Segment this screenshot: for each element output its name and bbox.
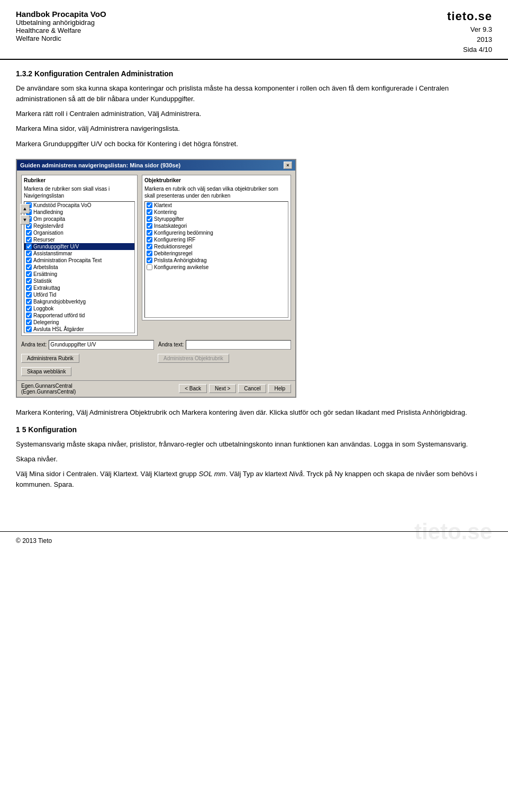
footer-info: Egen.GunnarsCentral (Egen.GunnarsCentral… [21,383,76,395]
next-button[interactable]: Next > [209,384,236,393]
tieto-logo: tieto.se [447,10,492,23]
close-icon[interactable]: × [284,162,292,169]
btn-row-2: Skapa webblänk [21,367,291,376]
dialog-footer: Egen.GunnarsCentral (Egen.GunnarsCentral… [17,380,295,397]
left-list-item[interactable]: Om procapita [24,216,134,222]
page-label: Sida 4/10 [447,46,492,53]
left-list-item[interactable]: Administration Procapita Text [24,257,134,264]
left-list-item[interactable]: Grunduppgifter U/V [24,243,134,250]
help-button[interactable]: Help [268,384,291,393]
left-list-item[interactable]: Registervård [24,222,134,229]
left-list-item[interactable]: Kundstöd Procapita VoO [24,202,134,209]
para4-text1: Välj Mina sidor i Centralen. Välj Klarte… [16,470,198,478]
footer-label: Egen.GunnarsCentral [21,383,76,389]
doc-subtitle3: Welfare Nordic [16,34,106,42]
document-title: Handbok Procapita VoO [16,10,106,19]
para4-italic2: Nivå [289,470,303,478]
left-list-item[interactable]: Statistik [24,278,134,284]
right-panel: Objektrubriker Markera en rubrik och väl… [142,175,291,320]
left-panel-desc: Markera de rubriker som skall visas i Na… [24,185,135,199]
skapa-webblink-button[interactable]: Skapa webblänk [21,367,71,376]
header-left: Handbok Procapita VoO Utbetalning anhöri… [16,10,106,42]
right-list-item[interactable]: Klartext [145,202,288,209]
para-1: De användare som ska kunna skapa konteri… [16,83,492,104]
dialog-window: Guiden administrera navigeringslistan: M… [16,159,296,398]
right-panel-desc: Markera en rubrik och välj sedan vilka o… [144,185,288,199]
left-list-item[interactable]: Handledning [24,209,134,216]
para4-text2: . Välj Typ av klartext [225,470,289,478]
right-list-item[interactable]: Reduktionsregel [145,243,288,250]
administrera-objektrubrik-button[interactable]: Administrera Objektrubrik [158,354,229,363]
dialog-body: Rubriker Markera de rubriker som skall v… [17,171,295,380]
edit-input-left[interactable] [49,340,154,350]
para-config-2: Skapa nivåer. [16,454,492,465]
footer-logo: tieto.se [414,519,492,545]
footer-nav-buttons[interactable]: < Back Next > Cancel Help [179,384,291,393]
para-3: Markera Mina sidor, välj Administrera na… [16,123,492,134]
left-list-item[interactable]: Resurser [24,236,134,243]
left-list-item[interactable]: Extrakuttag [24,284,134,291]
right-list-area[interactable]: KlartextKonteringStyruppgifterInsatskate… [144,201,288,318]
main-content: 1.3.2 Konfiguration Centralen Administra… [0,60,508,510]
left-list-item[interactable]: Delegering [24,319,134,326]
para-2: Markera rätt roll i Centralen administra… [16,109,492,119]
left-list-area[interactable]: Kundstöd Procapita VoOHandledningOm proc… [24,201,135,333]
edit-row: Ändra text: Ändra text: [21,340,291,350]
left-list-item[interactable]: Arbetslista [24,264,134,271]
right-list-item[interactable]: Konfigurering bedömning [145,229,288,236]
edit-label-right: Ändra text: [158,342,184,347]
header-right: tieto.se Ver 9.3 2013 Sida 4/10 [447,10,492,53]
left-panel: Rubriker Markera de rubriker som skall v… [21,175,138,336]
left-panel-label: Rubriker [24,177,135,183]
edit-input-right[interactable] [186,340,291,350]
right-list-item[interactable]: Insatskategori [145,222,288,229]
para-after-dialog: Markera Kontering, Välj Administrera Obj… [16,407,492,418]
right-panel-container: Objektrubriker Markera en rubrik och väl… [142,175,291,336]
right-list-item[interactable]: Debiteringsregel [145,250,288,257]
footer-tieto-logo: tieto.se [414,519,492,545]
left-list-item[interactable]: Organisation [24,229,134,236]
para-config-1: Systemansvarig måste skapa nivåer, prisl… [16,439,492,450]
para-4: Markera Grunduppgifter U/V och bocka för… [16,139,492,149]
left-list-item[interactable]: Bakgrundsjobbverktyg [24,298,134,305]
back-button[interactable]: < Back [179,384,207,393]
dialog-panels: Rubriker Markera de rubriker som skall v… [21,175,291,336]
edit-row-left: Ändra text: [21,340,154,350]
edit-row-right: Ändra text: [158,340,291,350]
right-list-item[interactable]: Prislista Anhörigbidrag [145,257,288,264]
right-list-item[interactable]: Konfigurering IRF [145,236,288,243]
left-list-item[interactable]: Avsluta HSL Åtgärder [24,326,134,333]
doc-subtitle1: Utbetalning anhörigbidrag [16,19,106,26]
left-list-item[interactable]: Assistanstimmar [24,250,134,257]
left-list-item[interactable]: Loggbok [24,305,134,312]
right-list-item[interactable]: Kontering [145,209,288,216]
year-label: 2013 [447,35,492,43]
edit-label-left: Ändra text: [21,342,47,347]
right-list-item[interactable]: Styruppgifter [145,216,288,222]
right-list-item[interactable]: Konfigurering avvikelse [145,264,288,271]
titlebar-buttons[interactable]: × [284,162,292,169]
dialog-title: Guiden administrera navigeringslistan: M… [20,162,180,168]
left-panel-container: Rubriker Markera de rubriker som skall v… [21,175,138,336]
left-list-item[interactable]: Rapporterad utförd tid [24,312,134,319]
btn-row-1: Administrera Rubrik Administrera Objektr… [21,354,291,363]
left-list-item[interactable]: Ersättning [24,271,134,278]
para4-italic1: SOL mm [198,470,225,478]
administrera-rubrik-button[interactable]: Administrera Rubrik [21,354,79,363]
right-panel-label: Objektrubriker [144,177,288,183]
para-config-3: Välj Mina sidor i Centralen. Välj Klarte… [16,469,492,490]
arrow-up-btn[interactable]: ▲ [20,204,30,213]
doc-subtitle2: Healthcare & Welfare [16,26,106,34]
version-label: Ver 9.3 [447,25,492,33]
section-title-1: 1.3.2 Konfiguration Centralen Administra… [16,69,492,78]
dialog-titlebar: Guiden administrera navigeringslistan: M… [17,160,295,171]
page-header: Handbok Procapita VoO Utbetalning anhöri… [0,0,508,60]
arrow-down-btn[interactable]: ▼ [20,215,30,225]
cancel-button[interactable]: Cancel [238,384,266,393]
footer-sub: (Egen.GunnarsCentral) [21,389,76,395]
left-list-item[interactable]: Utförd Tid [24,291,134,298]
page-footer: © 2013 Tieto tieto.se [0,531,508,550]
section-title-2: 1 5 Konfiguration [16,425,492,434]
